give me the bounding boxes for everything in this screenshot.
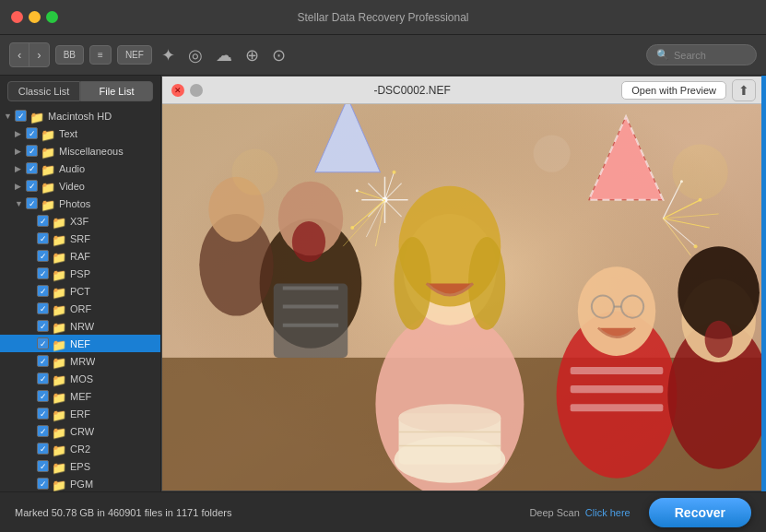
checkbox-eps[interactable]: ✓: [37, 460, 49, 472]
traffic-lights: [11, 11, 58, 23]
toolbar-cloud-icon[interactable]: ☁: [212, 43, 236, 67]
close-button[interactable]: [11, 11, 23, 23]
svg-point-52: [399, 404, 501, 432]
tree-label-crw: CRW: [70, 426, 94, 437]
tree-label-mef: MEF: [70, 391, 91, 402]
svg-rect-5: [274, 283, 348, 357]
checkbox-photos[interactable]: ✓: [26, 197, 38, 209]
tree-label-raf: RAF: [70, 251, 90, 262]
sidebar-tabs: Classic List File List: [0, 76, 160, 107]
tree-item-audio[interactable]: ▶ ✓ 📁 Audio: [0, 160, 160, 177]
checkbox-raf[interactable]: ✓: [37, 250, 49, 262]
file-tree: ▼ ✓ 📁 Macintosh HD ▶ ✓ 📁 Text ▶ ✓ 📁 Misc…: [0, 107, 160, 491]
tree-label-pgm: PGM: [70, 479, 93, 490]
preview-close-button[interactable]: ✕: [171, 84, 184, 97]
expand-arrow: ▼: [4, 112, 15, 121]
preview-image-area: [162, 104, 765, 491]
expand-arrow: ▶: [15, 129, 26, 138]
svg-rect-15: [571, 367, 664, 374]
folder-icon: 📁: [41, 163, 55, 174]
checkbox-orf[interactable]: ✓: [37, 302, 49, 314]
checkbox-mos[interactable]: ✓: [37, 372, 49, 384]
tree-item-macintosh-hd[interactable]: ▼ ✓ 📁 Macintosh HD: [0, 107, 160, 124]
tab-classic-list[interactable]: Classic List: [7, 81, 80, 101]
folder-icon: 📁: [52, 461, 66, 472]
checkbox-macintosh-hd[interactable]: ✓: [15, 110, 27, 122]
checkbox-audio[interactable]: ✓: [26, 162, 38, 174]
deep-scan-link[interactable]: Click here: [585, 507, 630, 518]
tree-label-psp: PSP: [70, 268, 90, 279]
folder-icon: 📁: [52, 303, 66, 314]
toolbar-star-icon[interactable]: ✦: [158, 43, 179, 67]
checkbox-srf[interactable]: ✓: [37, 232, 49, 244]
tree-item-pgm[interactable]: ✓ 📁 PGM: [0, 475, 160, 491]
tree-item-video[interactable]: ▶ ✓ 📁 Video: [0, 177, 160, 195]
preview-min-button[interactable]: [190, 84, 203, 97]
tree-item-miscellaneous[interactable]: ▶ ✓ 📁 Miscellaneous: [0, 142, 160, 160]
checkbox-miscellaneous[interactable]: ✓: [26, 145, 38, 157]
tree-item-mos[interactable]: ✓ 📁 MOS: [0, 370, 160, 387]
tree-item-psp[interactable]: ✓ 📁 PSP: [0, 265, 160, 282]
folder-icon: 📁: [52, 373, 66, 384]
preview-share-button[interactable]: ⬆: [732, 79, 756, 101]
recover-button[interactable]: Recover: [649, 498, 751, 527]
minimize-button[interactable]: [29, 11, 41, 23]
tree-item-raf[interactable]: ✓ 📁 RAF: [0, 247, 160, 265]
toolbar-list-button[interactable]: ≡: [89, 45, 112, 65]
svg-point-18: [578, 266, 656, 356]
toolbar-info-icon[interactable]: ⊙: [268, 43, 289, 67]
tree-label-nrw: NRW: [70, 321, 94, 332]
checkbox-mrw[interactable]: ✓: [37, 355, 49, 367]
folder-icon: 📁: [52, 443, 66, 455]
tree-item-photos[interactable]: ▼ ✓ 📁 Photos: [0, 195, 160, 212]
checkbox-pct[interactable]: ✓: [37, 285, 49, 297]
svg-point-38: [350, 226, 354, 230]
tree-item-crw[interactable]: ✓ 📁 CRW: [0, 422, 160, 440]
checkbox-psp[interactable]: ✓: [37, 267, 49, 279]
checkbox-text[interactable]: ✓: [26, 127, 38, 139]
tree-label-audio: Audio: [59, 163, 85, 174]
toolbar-bb-button[interactable]: BB: [55, 45, 84, 65]
checkbox-nrw[interactable]: ✓: [37, 320, 49, 332]
maximize-button[interactable]: [46, 11, 58, 23]
tree-item-srf[interactable]: ✓ 📁 SRF: [0, 230, 160, 247]
folder-icon: 📁: [41, 146, 55, 157]
title-bar: Stellar Data Recovery Professional: [0, 0, 766, 35]
checkbox-video[interactable]: ✓: [26, 180, 38, 192]
search-box[interactable]: 🔍 Search: [646, 44, 757, 65]
checkbox-mef[interactable]: ✓: [37, 390, 49, 402]
tree-item-x3f[interactable]: ✓ 📁 X3F: [0, 212, 160, 230]
tree-item-cr2[interactable]: ✓ 📁 CR2: [0, 440, 160, 457]
svg-point-49: [694, 244, 698, 248]
tree-item-nef[interactable]: ✓ 📁 NEF: [0, 335, 160, 352]
tree-item-eps[interactable]: ✓ 📁 EPS: [0, 457, 160, 475]
checkbox-x3f[interactable]: ✓: [37, 215, 49, 227]
toolbar-add-icon[interactable]: ⊕: [242, 43, 263, 67]
forward-button[interactable]: ›: [29, 43, 48, 66]
tree-item-orf[interactable]: ✓ 📁 ORF: [0, 300, 160, 317]
tree-label-pct: PCT: [70, 286, 90, 297]
expand-arrow: ▶: [15, 147, 26, 156]
folder-icon: 📁: [52, 338, 66, 349]
svg-point-39: [356, 189, 359, 192]
toolbar-nef-button[interactable]: NEF: [117, 45, 152, 65]
checkbox-pgm[interactable]: ✓: [37, 478, 49, 490]
tab-file-list[interactable]: File List: [80, 81, 153, 101]
window-title: Stellar Data Recovery Professional: [297, 11, 468, 24]
back-button[interactable]: ‹: [10, 43, 29, 66]
tree-item-mef[interactable]: ✓ 📁 MEF: [0, 387, 160, 405]
preview-open-button[interactable]: Open with Preview: [621, 81, 726, 100]
tree-item-text[interactable]: ▶ ✓ 📁 Text: [0, 124, 160, 142]
folder-icon: 📁: [41, 128, 55, 139]
toolbar-circle-icon[interactable]: ◎: [184, 43, 206, 67]
tree-item-nrw[interactable]: ✓ 📁 NRW: [0, 317, 160, 335]
checkbox-erf[interactable]: ✓: [37, 408, 49, 420]
checkbox-cr2[interactable]: ✓: [37, 443, 49, 455]
tree-item-pct[interactable]: ✓ 📁 PCT: [0, 282, 160, 300]
tree-item-mrw[interactable]: ✓ 📁 MRW: [0, 352, 160, 370]
folder-icon: 📁: [52, 216, 66, 227]
checkbox-nef[interactable]: ✓: [37, 337, 49, 349]
svg-point-60: [672, 144, 727, 199]
tree-item-erf[interactable]: ✓ 📁 ERF: [0, 405, 160, 422]
checkbox-crw[interactable]: ✓: [37, 425, 49, 437]
